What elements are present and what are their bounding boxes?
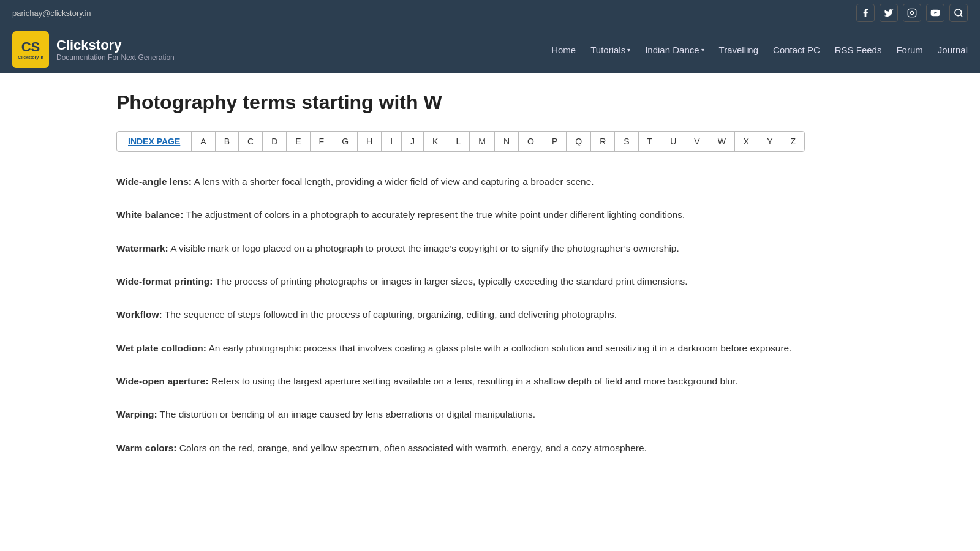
page-title: Photography terms starting with W — [116, 91, 864, 114]
nav-home[interactable]: Home — [551, 45, 576, 55]
svg-line-4 — [960, 15, 962, 17]
top-bar: parichay@clickstory.in — [0, 0, 980, 26]
chevron-down-icon: ▾ — [701, 47, 704, 53]
logo-text-area: Clickstory Documentation For Next Genera… — [56, 37, 175, 62]
contact-email: parichay@clickstory.in — [12, 9, 91, 18]
nav-journal[interactable]: Journal — [938, 45, 968, 55]
youtube-icon[interactable] — [926, 4, 944, 22]
nav-tutorials[interactable]: Tutorials ▾ — [590, 45, 630, 55]
term-name: Watermark: — [116, 243, 168, 253]
alpha-k[interactable]: K — [424, 132, 447, 151]
term-definition: The process of printing photographs or i… — [213, 276, 687, 287]
alpha-v[interactable]: V — [685, 132, 709, 151]
term-definition: Colors on the red, orange, and yellow sp… — [176, 443, 646, 453]
nav-contact-pc[interactable]: Contact PC — [773, 45, 820, 55]
alpha-q[interactable]: Q — [567, 132, 591, 151]
term-definition: The sequence of steps followed in the pr… — [162, 309, 617, 320]
logo-area: CS Clickstory.in Clickstory Documentatio… — [12, 31, 175, 68]
term-entry: Watermark: A visible mark or logo placed… — [116, 241, 864, 257]
header: CS Clickstory.in Clickstory Documentatio… — [0, 26, 980, 73]
twitter-icon[interactable] — [880, 4, 898, 22]
alpha-g[interactable]: G — [333, 132, 358, 151]
term-definition: A lens with a shorter focal length, prov… — [192, 176, 594, 187]
alphabet-navigation: INDEX PAGE A B C D E F G H I J K L M N O… — [116, 131, 805, 152]
svg-point-3 — [955, 9, 962, 16]
term-name: Warm colors: — [116, 443, 176, 453]
alpha-t[interactable]: T — [639, 132, 662, 151]
term-definition: The distortion or bending of an image ca… — [157, 409, 536, 419]
alpha-m[interactable]: M — [470, 132, 495, 151]
alpha-r[interactable]: R — [591, 132, 615, 151]
alpha-j[interactable]: J — [402, 132, 424, 151]
nav-rss-feeds[interactable]: RSS Feeds — [835, 45, 882, 55]
site-title: Clickstory — [56, 37, 175, 53]
logo-letters: CS — [21, 40, 40, 54]
alpha-c[interactable]: C — [239, 132, 263, 151]
term-name: Warping: — [116, 409, 157, 419]
alpha-index-link[interactable]: INDEX PAGE — [117, 132, 192, 151]
alpha-i[interactable]: I — [382, 132, 402, 151]
social-icons-container — [856, 4, 968, 22]
term-name: Wide-format printing: — [116, 276, 213, 287]
alpha-w[interactable]: W — [709, 132, 735, 151]
svg-rect-0 — [908, 9, 916, 17]
term-definition: Refers to using the largest aperture set… — [209, 376, 738, 386]
main-content: Photography terms starting with W INDEX … — [92, 73, 888, 492]
alpha-x[interactable]: X — [735, 132, 758, 151]
logo-box[interactable]: CS Clickstory.in — [12, 31, 49, 68]
instagram-icon[interactable] — [903, 4, 921, 22]
alpha-y[interactable]: Y — [758, 132, 782, 151]
term-entry: Workflow: The sequence of steps followed… — [116, 307, 864, 323]
term-name: White balance: — [116, 209, 183, 220]
alpha-b[interactable]: B — [216, 132, 239, 151]
term-entry: White balance: The adjustment of colors … — [116, 207, 864, 223]
term-entry: Wide-format printing: The process of pri… — [116, 274, 864, 290]
facebook-icon[interactable] — [856, 4, 875, 22]
term-entry: Wide-open aperture: Refers to using the … — [116, 373, 864, 389]
alpha-s[interactable]: S — [615, 132, 638, 151]
site-tagline: Documentation For Next Generation — [56, 53, 175, 62]
search-icon[interactable] — [949, 4, 968, 22]
term-name: Workflow: — [116, 309, 162, 320]
term-entry: Warping: The distortion or bending of an… — [116, 407, 864, 422]
term-entry: Wet plate collodion: An early photograph… — [116, 340, 864, 356]
alpha-e[interactable]: E — [287, 132, 310, 151]
nav-indian-dance[interactable]: Indian Dance ▾ — [645, 45, 704, 55]
alpha-z[interactable]: Z — [782, 132, 805, 151]
alpha-h[interactable]: H — [358, 132, 382, 151]
logo-sub-text: Clickstory.in — [18, 55, 43, 59]
term-name: Wet plate collodion: — [116, 343, 206, 353]
alpha-l[interactable]: L — [447, 132, 470, 151]
terms-container: Wide-angle lens: A lens with a shorter f… — [116, 174, 864, 456]
term-entry: Wide-angle lens: A lens with a shorter f… — [116, 174, 864, 190]
nav-forum[interactable]: Forum — [896, 45, 922, 55]
alpha-d[interactable]: D — [263, 132, 287, 151]
term-definition: An early photographic process that invol… — [206, 343, 792, 353]
alpha-f[interactable]: F — [311, 132, 334, 151]
term-name: Wide-angle lens: — [116, 176, 192, 187]
alpha-a[interactable]: A — [192, 132, 215, 151]
chevron-down-icon: ▾ — [627, 47, 630, 53]
term-definition: A visible mark or logo placed on a photo… — [168, 243, 679, 253]
term-entry: Warm colors: Colors on the red, orange, … — [116, 440, 864, 456]
term-definition: The adjustment of colors in a photograph… — [183, 209, 685, 220]
term-name: Wide-open aperture: — [116, 376, 209, 386]
alpha-p[interactable]: P — [543, 132, 567, 151]
main-nav: Home Tutorials ▾ Indian Dance ▾ Travelli… — [551, 45, 968, 55]
alpha-n[interactable]: N — [495, 132, 519, 151]
nav-travelling[interactable]: Travelling — [719, 45, 758, 55]
alpha-u[interactable]: U — [662, 132, 685, 151]
alpha-o[interactable]: O — [519, 132, 543, 151]
